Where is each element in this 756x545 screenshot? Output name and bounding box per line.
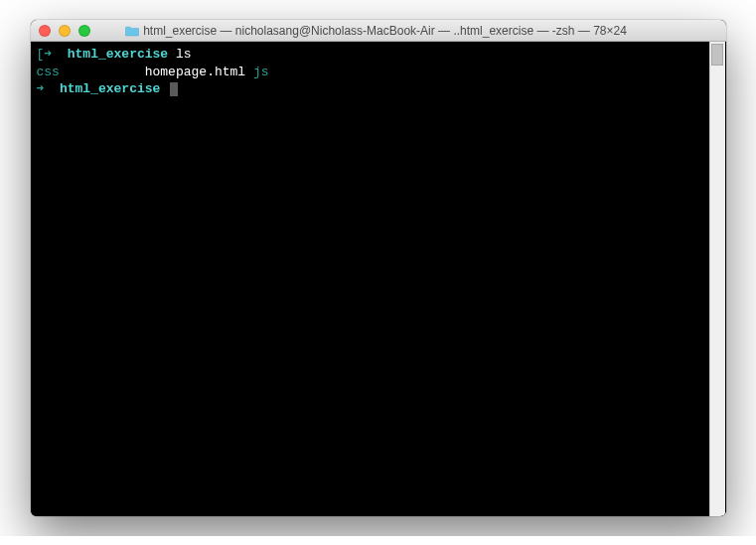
terminal-segment: [➜ (37, 47, 68, 62)
terminal-line: [➜ html_exercise ls (37, 46, 702, 64)
terminal-line: ➜ html_exercise (37, 80, 702, 98)
terminal-segment: js (253, 65, 269, 79)
window-title: html_exercise — nicholasang@Nicholass-Ma… (35, 24, 718, 38)
terminal-segment: html_exercise (60, 81, 160, 96)
terminal-segment: ls (168, 47, 191, 62)
terminal-segment: css (37, 65, 60, 79)
terminal-body[interactable]: [➜ html_exercise lscss homepage.html js➜… (31, 42, 726, 516)
terminal-content[interactable]: [➜ html_exercise lscss homepage.html js➜… (37, 46, 702, 98)
scrollbar-thumb[interactable] (711, 44, 723, 66)
terminal-window: html_exercise — nicholasang@Nicholass-Ma… (31, 20, 726, 516)
window-titlebar[interactable]: html_exercise — nicholasang@Nicholass-Ma… (31, 20, 726, 42)
cursor (170, 82, 178, 96)
terminal-line: css homepage.html js (37, 64, 702, 81)
folder-icon (125, 25, 139, 37)
terminal-segment: homepage.html (60, 65, 253, 79)
terminal-segment: html_exercise (68, 47, 168, 62)
window-title-text: html_exercise — nicholasang@Nicholass-Ma… (143, 24, 627, 38)
terminal-segment: ➜ (37, 81, 60, 96)
terminal-segment (160, 81, 168, 96)
scrollbar-track[interactable] (709, 42, 725, 516)
